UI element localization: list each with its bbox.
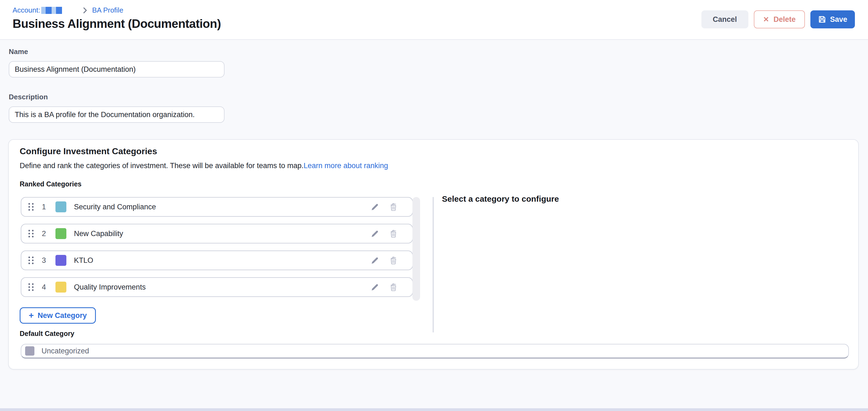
edit-category-button[interactable] bbox=[370, 229, 380, 238]
category-name: Quality Improvements bbox=[74, 283, 146, 292]
header-actions: Cancel ✕Delete Save bbox=[702, 10, 855, 28]
edit-category-button[interactable] bbox=[370, 256, 380, 265]
category-name: Security and Compliance bbox=[74, 203, 156, 211]
page-title: Business Alignment (Documentation) bbox=[12, 17, 221, 31]
chevron-right-icon bbox=[83, 7, 87, 14]
pane-divider bbox=[433, 197, 434, 333]
delete-category-button[interactable] bbox=[389, 255, 398, 265]
breadcrumb-ba-profile[interactable]: BA Profile bbox=[92, 6, 123, 14]
ranked-categories-label: Ranked Categories bbox=[20, 180, 82, 188]
category-color-swatch bbox=[56, 201, 66, 212]
pencil-icon bbox=[370, 202, 380, 211]
configure-categories-card: Configure Investment Categories Define a… bbox=[8, 139, 859, 370]
category-rank: 2 bbox=[41, 230, 47, 238]
pencil-icon bbox=[370, 229, 380, 238]
default-category-swatch bbox=[25, 346, 34, 355]
trash-icon bbox=[389, 255, 398, 265]
plus-icon: + bbox=[29, 310, 34, 320]
pencil-icon bbox=[370, 282, 380, 292]
category-rank: 1 bbox=[41, 203, 47, 211]
category-color-swatch bbox=[56, 255, 66, 266]
save-floppy-icon bbox=[818, 15, 826, 24]
name-input[interactable] bbox=[9, 61, 224, 77]
main-content: Name Description Configure Investment Ca… bbox=[0, 40, 868, 411]
list-scrollbar[interactable] bbox=[412, 197, 420, 301]
default-category-select[interactable]: Uncategorized bbox=[21, 344, 849, 358]
category-name: KTLO bbox=[74, 256, 93, 265]
save-button-label: Save bbox=[830, 15, 847, 24]
description-label: Description bbox=[9, 93, 48, 101]
horizontal-scrollbar-track[interactable] bbox=[0, 408, 868, 411]
edit-category-button[interactable] bbox=[370, 202, 380, 211]
delete-category-button[interactable] bbox=[389, 202, 398, 212]
learn-more-link[interactable]: Learn more about ranking bbox=[304, 162, 388, 170]
header: Account: BA Profile Business Alignment (… bbox=[0, 0, 868, 40]
category-rank: 3 bbox=[41, 256, 47, 265]
default-category-value: Uncategorized bbox=[41, 347, 89, 355]
default-category-label: Default Category bbox=[20, 330, 74, 338]
description-input[interactable] bbox=[9, 106, 224, 123]
trash-icon bbox=[389, 229, 398, 239]
card-subtitle-text: Define and rank the categories of invest… bbox=[20, 162, 304, 170]
drag-handle-icon[interactable] bbox=[28, 283, 34, 291]
delete-category-button[interactable] bbox=[389, 229, 398, 239]
drag-handle-icon[interactable] bbox=[28, 230, 34, 237]
x-icon: ✕ bbox=[763, 15, 769, 24]
pencil-icon bbox=[370, 256, 380, 265]
category-color-swatch bbox=[56, 282, 66, 293]
delete-button[interactable]: ✕Delete bbox=[754, 10, 805, 28]
new-category-label: New Category bbox=[38, 311, 87, 320]
new-category-button[interactable]: +New Category bbox=[20, 307, 96, 324]
cancel-button[interactable]: Cancel bbox=[702, 10, 749, 28]
save-button[interactable]: Save bbox=[810, 10, 855, 28]
breadcrumb-account-link[interactable]: Account: bbox=[12, 6, 40, 14]
drag-handle-icon[interactable] bbox=[28, 256, 34, 264]
card-subtitle: Define and rank the categories of invest… bbox=[20, 162, 388, 170]
breadcrumb: Account: BA Profile bbox=[12, 6, 123, 14]
delete-category-button[interactable] bbox=[389, 282, 398, 292]
page: Account: BA Profile Business Alignment (… bbox=[0, 0, 868, 411]
category-name: New Capability bbox=[74, 230, 123, 238]
delete-button-label: Delete bbox=[774, 15, 796, 24]
redacted-account-name bbox=[41, 7, 62, 14]
ranked-category-list: 1 Security and Compliance 2 New Capabili… bbox=[21, 197, 413, 297]
category-row[interactable]: 2 New Capability bbox=[21, 224, 413, 243]
trash-icon bbox=[389, 202, 398, 212]
card-title: Configure Investment Categories bbox=[20, 146, 157, 157]
category-row[interactable]: 1 Security and Compliance bbox=[21, 197, 413, 217]
drag-handle-icon[interactable] bbox=[28, 203, 34, 211]
edit-category-button[interactable] bbox=[370, 282, 380, 292]
name-label: Name bbox=[9, 47, 28, 56]
category-color-swatch bbox=[56, 228, 66, 239]
category-row[interactable]: 3 KTLO bbox=[21, 250, 413, 270]
category-row[interactable]: 4 Quality Improvements bbox=[21, 277, 413, 297]
empty-state-heading: Select a category to configure bbox=[442, 194, 559, 204]
trash-icon bbox=[389, 282, 398, 292]
category-rank: 4 bbox=[41, 283, 47, 292]
